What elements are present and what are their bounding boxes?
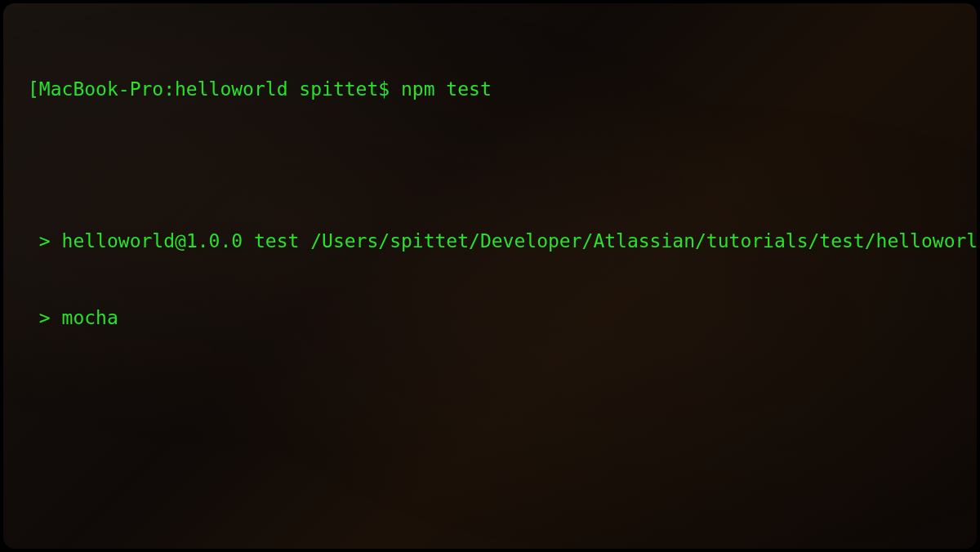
prompt-bracket: [ (28, 78, 39, 100)
terminal-output: [MacBook-Pro:helloworld spittet$ npm tes… (28, 26, 952, 549)
npm-script-line-1: helloworld@1.0.0 test /Users/spittet/Dev… (62, 230, 977, 252)
terminal-window[interactable]: [MacBook-Pro:helloworld spittet$ npm tes… (3, 3, 977, 549)
npm-script-prefix: > (39, 230, 62, 252)
npm-script-prefix: > (39, 307, 62, 328)
prompt-host: MacBook-Pro:helloworld spittet$ (39, 78, 390, 100)
command-text: npm test (401, 78, 492, 100)
npm-script-line-2: mocha (62, 307, 118, 328)
